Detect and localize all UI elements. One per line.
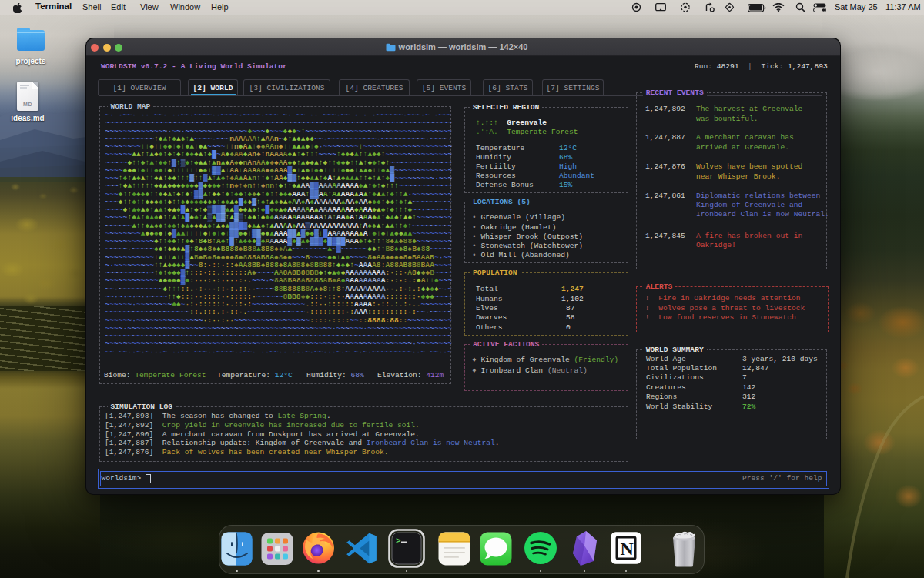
svg-text:>: > xyxy=(396,536,401,546)
svg-text:N: N xyxy=(621,539,634,559)
